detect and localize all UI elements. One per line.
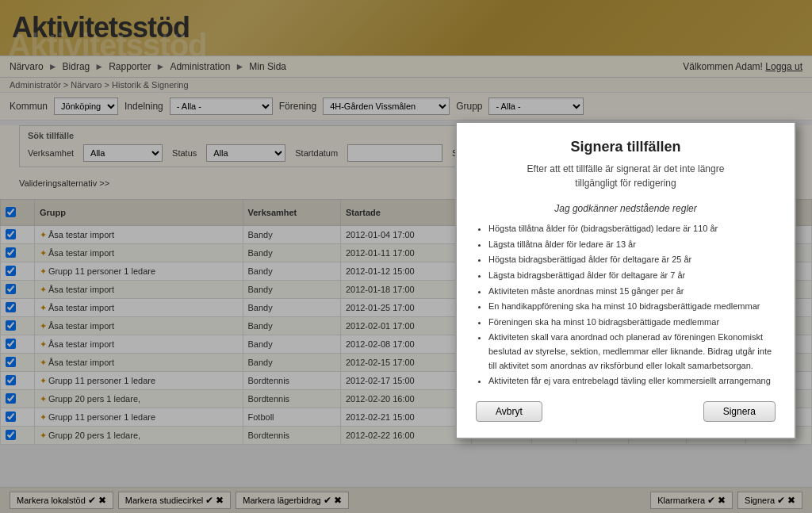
modal-rule-item: Lägsta bidragsberättigad ålder för delta… bbox=[488, 269, 776, 283]
modal-buttons: Avbryt Signera bbox=[476, 401, 776, 422]
modal-subtitle: Efter att ett tillfälle är signerat är d… bbox=[476, 162, 776, 190]
cancel-button[interactable]: Avbryt bbox=[476, 401, 542, 422]
modal-title: Signera tillfällen bbox=[476, 139, 776, 155]
modal-rule-item: Aktiviteten skall vara anordnad och plan… bbox=[488, 331, 776, 373]
modal-rules: Högsta tillåtna ålder för (bidragsberätt… bbox=[476, 222, 776, 389]
modal-rule-item: Högsta tillåtna ålder för (bidragsberätt… bbox=[488, 222, 776, 236]
sign-button[interactable]: Signera bbox=[703, 401, 776, 422]
modal-rules-list: Högsta tillåtna ålder för (bidragsberätt… bbox=[476, 222, 776, 389]
modal-rule-item: Föreningen ska ha minst 10 bidragsberätt… bbox=[488, 316, 776, 330]
modal-rule-item: En handikappförening ska ha minst 10 bid… bbox=[488, 300, 776, 314]
modal-rule-item: Lägsta tillåtna ålder för ledare är 13 å… bbox=[488, 238, 776, 252]
modal-rule-item: Högsta bidragsberättigad ålder för delta… bbox=[488, 253, 776, 267]
modal-rules-title: Jag godkänner nedstående regler bbox=[476, 203, 776, 214]
modal-dialog: Signera tillfällen Efter att ett tillfäl… bbox=[455, 121, 796, 439]
modal-rule-item: Aktiviteten får ej vara entrebelagd tävl… bbox=[488, 374, 776, 389]
modal-overlay: Signera tillfällen Efter att ett tillfäl… bbox=[0, 0, 812, 513]
modal-rule-item: Aktiviteten måste anordnas minst 15 gång… bbox=[488, 285, 776, 299]
